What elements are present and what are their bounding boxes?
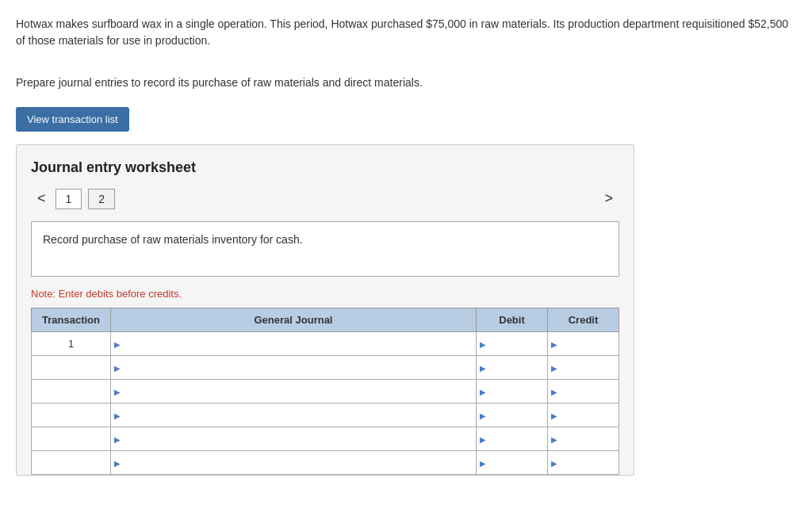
journal-table: Transaction General Journal Debit Credit… bbox=[31, 308, 619, 475]
cell-general-journal[interactable] bbox=[111, 451, 477, 475]
table-row bbox=[32, 356, 619, 380]
intro-paragraph1: Hotwax makes surfboard wax in a single o… bbox=[16, 16, 793, 49]
col-header-debit: Debit bbox=[477, 308, 548, 332]
cell-general-journal[interactable] bbox=[111, 404, 477, 427]
description-box: Record purchase of raw materials invento… bbox=[31, 221, 619, 277]
cell-credit[interactable] bbox=[548, 427, 619, 451]
cell-transaction[interactable] bbox=[32, 380, 111, 404]
next-chevron[interactable]: > bbox=[598, 187, 619, 210]
col-header-credit: Credit bbox=[548, 308, 619, 332]
prepare-text: Prepare journal entries to record its pu… bbox=[16, 75, 796, 91]
cell-transaction[interactable] bbox=[32, 404, 111, 427]
cell-transaction[interactable] bbox=[32, 356, 111, 380]
cell-general-journal[interactable] bbox=[111, 356, 477, 380]
table-row bbox=[32, 404, 619, 427]
col-header-general-journal: General Journal bbox=[111, 308, 477, 332]
cell-debit[interactable] bbox=[477, 332, 548, 356]
cell-debit[interactable] bbox=[477, 427, 548, 451]
prev-chevron[interactable]: < bbox=[31, 187, 52, 210]
table-row bbox=[32, 427, 619, 451]
cell-credit[interactable] bbox=[548, 404, 619, 427]
table-row: 1 bbox=[32, 332, 619, 356]
cell-credit[interactable] bbox=[548, 380, 619, 404]
col-header-transaction: Transaction bbox=[32, 308, 111, 332]
cell-general-journal[interactable] bbox=[111, 332, 477, 356]
cell-debit[interactable] bbox=[477, 356, 548, 380]
cell-transaction[interactable] bbox=[32, 427, 111, 451]
cell-credit[interactable] bbox=[548, 451, 619, 475]
cell-general-journal[interactable] bbox=[111, 380, 477, 404]
nav-row: < 1 2 > bbox=[31, 187, 619, 210]
cell-debit[interactable] bbox=[477, 380, 548, 404]
table-row bbox=[32, 380, 619, 404]
table-row bbox=[32, 451, 619, 475]
cell-transaction[interactable] bbox=[32, 451, 111, 475]
tab-1[interactable]: 1 bbox=[56, 189, 82, 209]
tab-2[interactable]: 2 bbox=[88, 189, 115, 209]
cell-debit[interactable] bbox=[477, 451, 548, 475]
cell-general-journal[interactable] bbox=[111, 427, 477, 451]
worksheet-title: Journal entry worksheet bbox=[31, 159, 619, 176]
cell-transaction[interactable]: 1 bbox=[32, 332, 111, 356]
cell-credit[interactable] bbox=[548, 356, 619, 380]
cell-debit[interactable] bbox=[477, 404, 548, 427]
worksheet-container: Journal entry worksheet < 1 2 > Record p… bbox=[16, 144, 634, 476]
view-transaction-button[interactable]: View transaction list bbox=[16, 107, 129, 132]
note-text: Note: Enter debits before credits. bbox=[31, 288, 619, 300]
cell-credit[interactable] bbox=[548, 332, 619, 356]
